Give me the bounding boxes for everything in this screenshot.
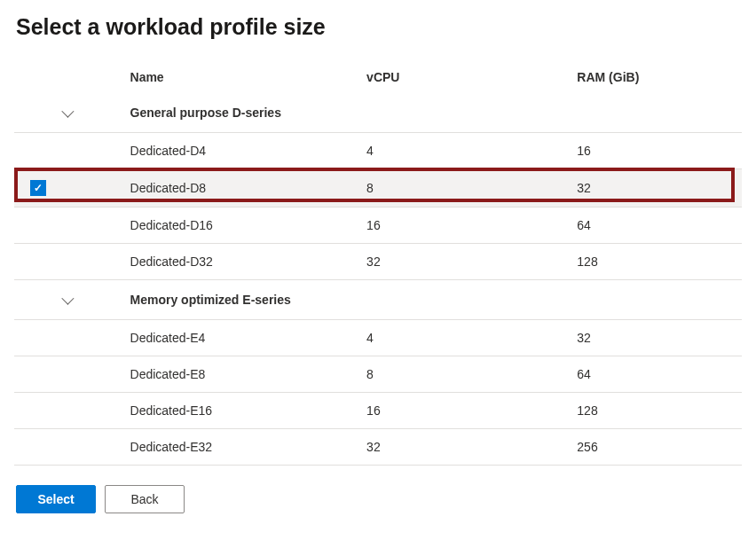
table-row[interactable]: Dedicated-D161664 [14, 207, 742, 244]
row-ram: 64 [577, 356, 742, 393]
table-row[interactable]: Dedicated-E8864 [14, 356, 742, 393]
row-name: Dedicated-E8 [88, 356, 367, 393]
row-vcpu: 16 [366, 207, 577, 244]
group-label: Memory optimized E-series [88, 280, 742, 320]
row-ram: 256 [577, 429, 742, 466]
chevron-down-icon [62, 293, 75, 305]
table-row[interactable]: Dedicated-E4432 [14, 320, 742, 356]
row-vcpu: 4 [366, 320, 577, 356]
row-name: Dedicated-E16 [88, 393, 367, 429]
table-row[interactable]: ✓Dedicated-D8832 [14, 169, 742, 207]
select-button[interactable]: Select [16, 485, 96, 513]
row-vcpu: 16 [366, 393, 577, 429]
profile-table: Name vCPU RAM (GiB) General purpose D-se… [14, 61, 742, 466]
group-row[interactable]: Memory optimized E-series [14, 280, 742, 320]
checkbox-checked-icon[interactable]: ✓ [30, 180, 46, 196]
row-ram: 16 [577, 133, 742, 169]
row-ram: 32 [577, 320, 742, 356]
table-row[interactable]: Dedicated-D4416 [14, 133, 742, 169]
row-vcpu: 8 [366, 169, 577, 207]
column-header-vcpu[interactable]: vCPU [366, 61, 577, 93]
row-ram: 32 [577, 169, 742, 207]
table-header-row: Name vCPU RAM (GiB) [14, 61, 742, 93]
row-ram: 64 [577, 207, 742, 244]
row-ram: 128 [577, 244, 742, 280]
row-name: Dedicated-D4 [88, 133, 367, 169]
back-button[interactable]: Back [105, 485, 185, 513]
row-vcpu: 4 [366, 133, 577, 169]
table-row[interactable]: Dedicated-E3232256 [14, 429, 742, 466]
row-name: Dedicated-D8 [88, 169, 367, 207]
row-name: Dedicated-D32 [88, 244, 367, 280]
page-title: Select a workload profile size [14, 14, 742, 40]
column-header-name[interactable]: Name [88, 61, 367, 93]
group-label: General purpose D-series [88, 93, 742, 133]
chevron-down-icon [62, 106, 75, 118]
table-row[interactable]: Dedicated-E1616128 [14, 393, 742, 429]
group-row[interactable]: General purpose D-series [14, 93, 742, 133]
row-vcpu: 32 [366, 429, 577, 466]
row-vcpu: 32 [366, 244, 577, 280]
row-name: Dedicated-E32 [88, 429, 367, 466]
button-row: Select Back [14, 485, 742, 513]
row-ram: 128 [577, 393, 742, 429]
column-header-ram[interactable]: RAM (GiB) [577, 61, 742, 93]
row-name: Dedicated-E4 [88, 320, 367, 356]
row-name: Dedicated-D16 [88, 207, 367, 244]
row-vcpu: 8 [366, 356, 577, 393]
table-row[interactable]: Dedicated-D3232128 [14, 244, 742, 280]
